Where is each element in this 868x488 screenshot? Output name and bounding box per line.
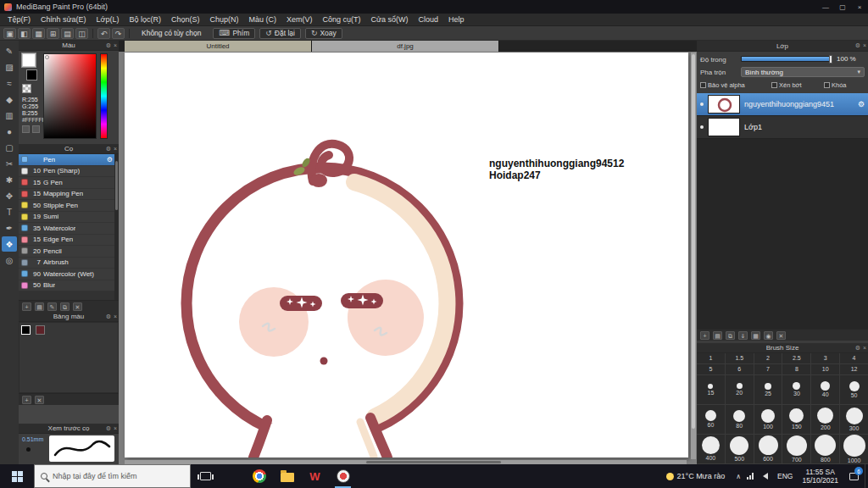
- lock-option[interactable]: Khóa: [824, 81, 847, 89]
- redo-icon[interactable]: ↷: [112, 28, 125, 39]
- brush-size-option[interactable]: 1.5: [726, 353, 754, 364]
- brush-item[interactable]: 50 Stipple Pen: [19, 200, 114, 212]
- menu-view[interactable]: Xem(V): [281, 15, 318, 24]
- brush-size-option[interactable]: 200: [811, 405, 840, 435]
- medibang-app-button[interactable]: [329, 464, 357, 488]
- layer-settings-icon[interactable]: ⚙: [858, 100, 865, 108]
- brush-settings-icon[interactable]: ⚙: [107, 156, 113, 164]
- panel-gear-icon[interactable]: ⚙: [106, 313, 111, 320]
- brush-item[interactable]: 19 Sumi: [19, 212, 114, 224]
- panel-close-icon[interactable]: ×: [114, 313, 117, 319]
- wps-app-button[interactable]: W: [301, 464, 329, 488]
- clock[interactable]: 11:55 SA 15/10/2021: [798, 468, 843, 485]
- brush-size-option[interactable]: 12: [840, 364, 868, 375]
- bucket-tool[interactable]: ●: [2, 124, 17, 139]
- grid-icon[interactable]: ▦: [32, 28, 45, 39]
- transparent-color-swatch[interactable]: [22, 84, 31, 93]
- foreground-color-swatch[interactable]: [22, 53, 36, 67]
- brush-size-option[interactable]: 60: [697, 405, 726, 435]
- brush-size-option[interactable]: 40: [811, 375, 840, 405]
- delete-layer-icon[interactable]: ✕: [776, 331, 786, 340]
- palette-swatch[interactable]: [21, 325, 31, 335]
- brush-item[interactable]: 35 Watercolor: [19, 223, 114, 235]
- brush-item[interactable]: 15 G Pen: [19, 177, 114, 189]
- rotate-button[interactable]: ↻ Xoay: [305, 28, 342, 39]
- brush-size-option[interactable]: 3: [811, 353, 840, 364]
- rows-icon[interactable]: ▤: [61, 28, 74, 39]
- undo-icon[interactable]: ↶: [97, 28, 110, 39]
- layer-row[interactable]: Lớp1: [697, 116, 868, 139]
- snapshot-icon[interactable]: ◉: [764, 331, 773, 340]
- menu-color[interactable]: Màu (C): [244, 15, 282, 24]
- brush-size-option[interactable]: 5: [697, 364, 726, 375]
- hue-slider[interactable]: [100, 53, 108, 139]
- layer-visibility-icon[interactable]: [700, 103, 704, 106]
- panel-close-icon[interactable]: ×: [114, 146, 117, 152]
- stamp-icon[interactable]: ▣: [3, 28, 16, 39]
- speech-bubble-icon[interactable]: ◧: [18, 28, 31, 39]
- layer-folder-icon[interactable]: ▤: [713, 331, 722, 340]
- lock-checkbox[interactable]: [824, 82, 830, 88]
- duplicate-brush-icon[interactable]: ⧉: [60, 302, 70, 311]
- menu-window[interactable]: Cửa sổ(W): [366, 15, 414, 24]
- brush-item[interactable]: 50 Blur: [19, 280, 114, 292]
- brush-folder-icon[interactable]: ▤: [35, 302, 44, 311]
- edit-brush-icon[interactable]: ✎: [47, 302, 57, 311]
- brush-size-option[interactable]: 25: [754, 375, 783, 405]
- saturation-value-picker[interactable]: [43, 53, 97, 139]
- brush-size-option[interactable]: 150: [782, 405, 811, 435]
- brush-size-option[interactable]: 700: [782, 435, 811, 464]
- brush-size-option[interactable]: 80: [726, 405, 754, 435]
- panel-close-icon[interactable]: ×: [114, 42, 117, 48]
- maximize-button[interactable]: ▢: [834, 0, 851, 14]
- brush-size-option[interactable]: 1000: [840, 435, 868, 464]
- palette-swatch[interactable]: [36, 325, 45, 335]
- brush-size-option[interactable]: 100: [754, 405, 783, 435]
- task-view-button[interactable]: [191, 464, 220, 488]
- brush-size-option[interactable]: 600: [754, 435, 783, 464]
- mirror-icon[interactable]: ◫: [75, 28, 88, 39]
- smudge-tool[interactable]: ≈: [2, 75, 17, 91]
- tab-df-jpg[interactable]: df.jpg: [312, 41, 499, 52]
- add-swatch-icon[interactable]: +: [22, 396, 31, 404]
- volume-icon[interactable]: [760, 473, 768, 480]
- shortcut-key-button[interactable]: ⌨ Phím: [213, 28, 255, 39]
- duplicate-layer-icon[interactable]: ⧉: [726, 331, 735, 340]
- eraser-tool[interactable]: ▨: [2, 59, 17, 75]
- zoom-tool[interactable]: ◎: [2, 252, 17, 268]
- protect-alpha-checkbox[interactable]: [700, 82, 706, 88]
- brush-size-option[interactable]: 7: [754, 364, 783, 375]
- gradient-tool[interactable]: ▥: [2, 108, 17, 123]
- palette-swatch-area[interactable]: [19, 322, 119, 393]
- brush-item[interactable]: 90 Watercolor (Wet): [19, 269, 114, 280]
- menu-snap[interactable]: Chụp(N): [205, 15, 244, 24]
- menu-select[interactable]: Chọn(S): [166, 15, 205, 24]
- drawing-canvas[interactable]: nguyenthihuonggiang94512 Hoidap247: [125, 53, 688, 458]
- notification-center-button[interactable]: 6: [843, 464, 865, 488]
- brush-size-option[interactable]: 50: [840, 375, 868, 405]
- brush-item[interactable]: 7 Airbrush: [19, 258, 114, 269]
- brush-item[interactable]: Pen ⚙: [19, 154, 114, 166]
- opacity-slider[interactable]: [741, 56, 832, 62]
- brush-item[interactable]: 15 Mapping Pen: [19, 189, 114, 201]
- opacity-slider-knob[interactable]: [829, 55, 832, 64]
- merge-down-icon[interactable]: ⇓: [738, 331, 748, 340]
- brush-size-option[interactable]: 20: [726, 375, 754, 405]
- brush-size-option[interactable]: 2: [754, 353, 783, 364]
- search-input[interactable]: [53, 472, 180, 480]
- network-icon[interactable]: [747, 473, 754, 480]
- add-brush-icon[interactable]: +: [22, 302, 31, 311]
- weather-widget[interactable]: 21°C Mưa rào: [659, 472, 732, 480]
- panel-gear-icon[interactable]: ⚙: [855, 42, 860, 49]
- eyedropper-tool[interactable]: ✒: [2, 220, 17, 236]
- background-color-swatch[interactable]: [26, 69, 37, 80]
- reset-button[interactable]: ↺ Đặt lại: [259, 28, 301, 39]
- brush-size-option[interactable]: 1: [697, 353, 726, 364]
- show-desktop-button[interactable]: [865, 464, 868, 488]
- brush-size-option[interactable]: 30: [782, 375, 811, 405]
- tab-untitled[interactable]: Untitled: [125, 41, 312, 52]
- panel-close-icon[interactable]: ×: [114, 425, 117, 431]
- brush-size-option[interactable]: 4: [840, 353, 868, 364]
- clipping-checkbox[interactable]: [771, 82, 777, 88]
- menu-file[interactable]: Tệp(F): [3, 15, 36, 24]
